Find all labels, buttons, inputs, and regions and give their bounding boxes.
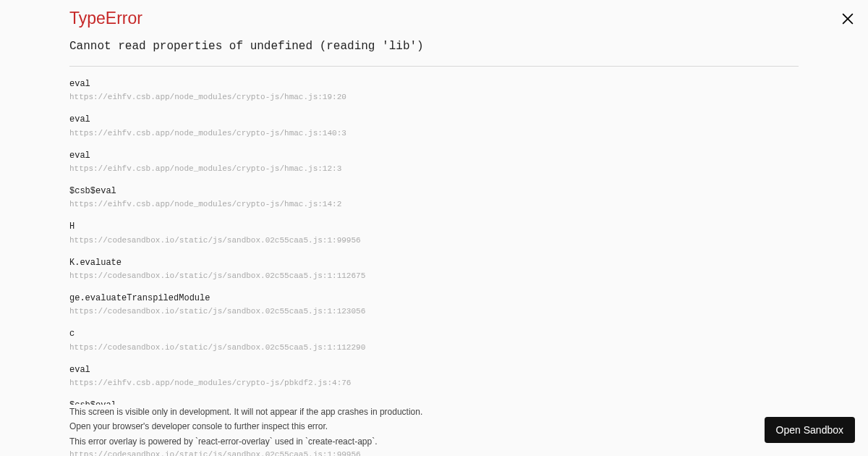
stack-frame-location: https://eihfv.csb.app/node_modules/crypt… xyxy=(69,378,799,389)
error-content: TypeError Cannot read properties of unde… xyxy=(69,9,799,456)
stack-frame: ge.evaluateTranspiledModulehttps://codes… xyxy=(69,292,799,318)
footer-line-2: Open your browser's developer console to… xyxy=(69,421,799,433)
stack-frame-function: H xyxy=(69,221,799,233)
error-name: TypeError xyxy=(69,9,799,35)
stack-frame-location: https://codesandbox.io/static/js/sandbox… xyxy=(69,306,799,318)
stack-frame: evalhttps://eihfv.csb.app/node_modules/c… xyxy=(69,150,799,175)
stack-frame-function: eval xyxy=(69,78,799,90)
footer-notes: This screen is visible only in developme… xyxy=(69,405,799,450)
stack-frame-location: https://codesandbox.io/static/js/sandbox… xyxy=(69,449,799,456)
stack-frame-location: https://eihfv.csb.app/node_modules/crypt… xyxy=(69,199,799,211)
error-overlay: TypeError Cannot read properties of unde… xyxy=(0,0,868,456)
stack-frame-function: c xyxy=(69,328,799,340)
stack-frame-location: https://eihfv.csb.app/node_modules/crypt… xyxy=(69,128,799,140)
stack-frame-function: K.evaluate xyxy=(69,257,799,269)
footer-line-1: This screen is visible only in developme… xyxy=(69,406,799,418)
divider xyxy=(69,66,799,67)
stack-frame: evalhttps://eihfv.csb.app/node_modules/c… xyxy=(69,114,799,139)
stack-frame-function: eval xyxy=(69,114,799,126)
open-sandbox-button[interactable]: Open Sandbox xyxy=(765,417,855,443)
stack-frame-location: https://codesandbox.io/static/js/sandbox… xyxy=(69,271,799,282)
close-icon xyxy=(839,13,856,25)
stack-frame-location: https://codesandbox.io/static/js/sandbox… xyxy=(69,235,799,247)
footer-line-3: This error overlay is powered by `react-… xyxy=(69,436,799,448)
stack-frame-location: https://codesandbox.io/static/js/sandbox… xyxy=(69,342,799,354)
stack-frame-location: https://eihfv.csb.app/node_modules/crypt… xyxy=(69,164,799,175)
close-button[interactable] xyxy=(839,13,856,30)
stack-frame-function: ge.evaluateTranspiledModule xyxy=(69,292,799,305)
stack-frame: K.evaluatehttps://codesandbox.io/static/… xyxy=(69,257,799,282)
stack-frame: evalhttps://eihfv.csb.app/node_modules/c… xyxy=(69,78,799,104)
stack-frame-function: eval xyxy=(69,364,799,376)
stack-frame: chttps://codesandbox.io/static/js/sandbo… xyxy=(69,328,799,353)
stack-trace: evalhttps://eihfv.csb.app/node_modules/c… xyxy=(69,78,799,456)
stack-frame-function: eval xyxy=(69,150,799,162)
stack-frame-location: https://eihfv.csb.app/node_modules/crypt… xyxy=(69,92,799,104)
stack-frame: Hhttps://codesandbox.io/static/js/sandbo… xyxy=(69,221,799,246)
stack-frame-function: $csb$eval xyxy=(69,185,799,198)
error-message: Cannot read properties of undefined (rea… xyxy=(69,35,799,66)
stack-frame: $csb$evalhttps://eihfv.csb.app/node_modu… xyxy=(69,185,799,211)
stack-frame: evalhttps://eihfv.csb.app/node_modules/c… xyxy=(69,364,799,389)
